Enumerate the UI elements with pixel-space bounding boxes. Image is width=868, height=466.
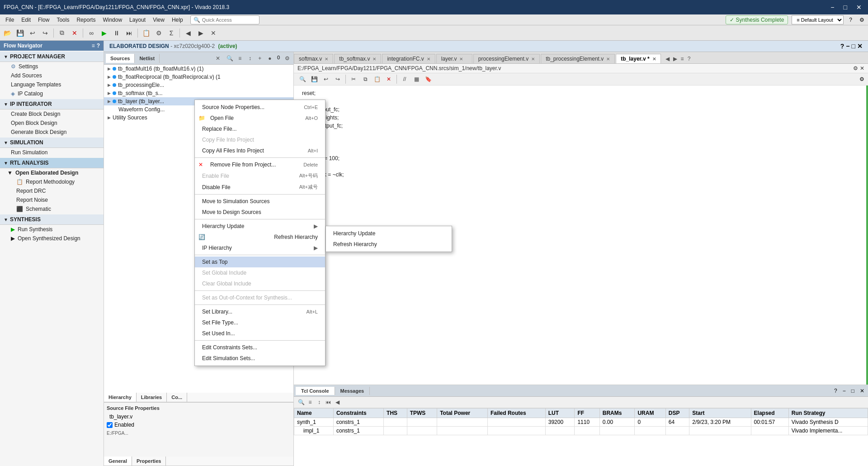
ctx-sep5 <box>195 290 325 291</box>
context-menu: Source Node Properties... Ctrl+E 📁 Open … <box>194 100 326 366</box>
ctx-sep4 <box>195 255 325 255</box>
ctx-shortcut-enable-file: Alt+号码 <box>299 172 318 179</box>
ctx-disable-file[interactable]: Disable File Alt+减号 <box>195 181 325 193</box>
ctx-enable-file: Enable File Alt+号码 <box>195 170 325 181</box>
ctx-sub-label-hierarchy-update: Hierarchy Update <box>333 230 375 237</box>
ctx-set-file-type[interactable]: Set File Type... <box>195 317 325 328</box>
ctx-open-file[interactable]: 📁 Open File Alt+O <box>195 113 325 124</box>
ctx-label-source-node-properties: Source Node Properties... <box>202 104 264 110</box>
ctx-sub-label-refresh-hierarchy: Refresh Hierarchy <box>333 241 377 247</box>
ctx-label-clear-global-include: Clear Global Include <box>202 281 251 287</box>
ctx-move-to-sim-sources[interactable]: Move to Simulation Sources <box>195 196 325 207</box>
ctx-label-remove-file: Remove File from Project... <box>210 162 276 168</box>
ctx-edit-constraints-sets[interactable]: Edit Constraints Sets... <box>195 342 325 353</box>
ctx-set-used-in[interactable]: Set Used In... <box>195 328 325 339</box>
ctx-sep7 <box>195 340 325 341</box>
ctx-shortcut-copy-all-files: Alt+I <box>308 148 318 153</box>
ctx-label-set-used-in: Set Used In... <box>202 330 235 337</box>
ctx-label-set-global-include: Set Global Include <box>202 270 246 276</box>
ctx-copy-file-into-project: Copy File Into Project <box>195 134 325 145</box>
ctx-label-edit-constraints-sets: Edit Constraints Sets... <box>202 344 257 351</box>
ctx-sep1 <box>195 157 325 158</box>
ctx-arrow-ip-hierarchy: ▶ <box>314 245 318 251</box>
ctx-label-edit-simulation-sets: Edit Simulation Sets... <box>202 355 255 361</box>
ctx-label-replace-file: Replace File... <box>202 126 237 132</box>
ctx-remove-file-icon: ✕ <box>198 162 208 168</box>
ctx-label-hierarchy-update: Hierarchy Update <box>202 223 244 229</box>
ctx-shortcut-set-library: Alt+L <box>307 309 318 314</box>
ctx-refresh-hierarchy-icon: 🔄 <box>198 234 208 240</box>
ctx-edit-simulation-sets[interactable]: Edit Simulation Sets... <box>195 353 325 364</box>
ctx-source-node-properties[interactable]: Source Node Properties... Ctrl+E <box>195 102 325 113</box>
ctx-sep6 <box>195 304 325 305</box>
ctx-set-out-of-context: Set as Out-of-Context for Synthesis... <box>195 292 325 303</box>
ctx-label-set-out-of-context: Set as Out-of-Context for Synthesis... <box>202 295 292 301</box>
ctx-label-enable-file: Enable File <box>202 173 229 179</box>
ctx-hierarchy-update[interactable]: Hierarchy Update ▶ <box>195 221 325 232</box>
ctx-label-disable-file: Disable File <box>202 184 231 190</box>
ctx-arrow-hierarchy-update: ▶ <box>314 223 318 229</box>
ctx-shortcut-source-node-properties: Ctrl+E <box>304 105 318 110</box>
ctx-label-ip-hierarchy: IP Hierarchy <box>202 245 232 251</box>
ctx-shortcut-remove-file: Delete <box>303 162 318 167</box>
ctx-open-file-icon: 📁 <box>198 115 208 121</box>
ctx-set-library[interactable]: Set Library... Alt+L <box>195 306 325 317</box>
ctx-label-copy-all-files: Copy All Files Into Project <box>202 147 264 154</box>
ctx-label-open-file: Open File <box>210 115 234 121</box>
ctx-label-move-to-design-sources: Move to Design Sources <box>202 209 261 215</box>
ctx-label-set-as-top: Set as Top <box>202 259 227 265</box>
ctx-label-set-file-type: Set File Type... <box>202 319 238 326</box>
ctx-remove-file[interactable]: ✕ Remove File from Project... Delete <box>195 159 325 170</box>
ctx-shortcut-disable-file: Alt+减号 <box>299 184 318 190</box>
ctx-ip-hierarchy[interactable]: IP Hierarchy ▶ <box>195 243 325 253</box>
ctx-sep2 <box>195 194 325 195</box>
ctx-replace-file[interactable]: Replace File... <box>195 124 325 134</box>
ctx-shortcut-open-file: Alt+O <box>305 115 318 121</box>
ctx-label-set-library: Set Library... <box>202 309 232 315</box>
ctx-sub-refresh-hierarchy[interactable]: Refresh Hierarchy <box>326 239 452 250</box>
ctx-sep3 <box>195 219 325 219</box>
ctx-sub-hierarchy-update[interactable]: Hierarchy Update <box>326 228 452 239</box>
ctx-set-global-include: Set Global Include <box>195 267 325 278</box>
ctx-label-copy-file-into-project: Copy File Into Project <box>202 137 254 143</box>
ctx-clear-global-include: Clear Global Include <box>195 278 325 289</box>
ctx-label-refresh-hierarchy: Refresh Hierarchy <box>274 234 318 240</box>
ctx-refresh-hierarchy[interactable]: 🔄 Refresh Hierarchy <box>195 232 325 243</box>
ctx-label-move-to-sim-sources: Move to Simulation Sources <box>202 198 269 204</box>
ctx-copy-all-files[interactable]: Copy All Files Into Project Alt+I <box>195 145 325 156</box>
ctx-move-to-design-sources[interactable]: Move to Design Sources <box>195 207 325 218</box>
hierarchy-submenu: Hierarchy Update Refresh Hierarchy <box>326 226 452 252</box>
ctx-set-as-top[interactable]: Set as Top <box>195 257 325 267</box>
